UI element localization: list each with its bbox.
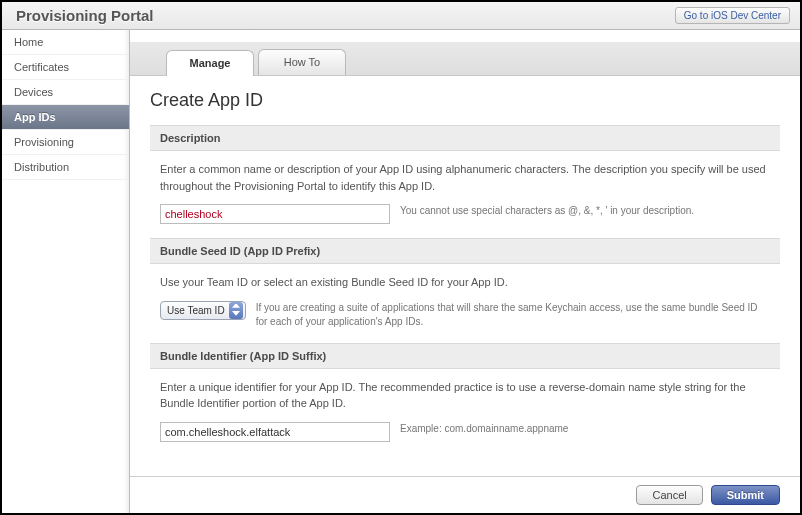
description-hint: You cannot use special characters as @, …	[400, 204, 770, 218]
footer-bar: Cancel Submit	[130, 476, 800, 513]
page-title: Create App ID	[150, 90, 780, 111]
section-heading-identifier: Bundle Identifier (App ID Suffix)	[150, 343, 780, 369]
svg-marker-1	[232, 311, 240, 316]
app-frame: { "header": { "title": "Provisioning Por…	[0, 0, 802, 515]
sidebar-item-home[interactable]: Home	[2, 30, 129, 55]
select-arrows-icon	[229, 302, 243, 319]
submit-button[interactable]: Submit	[711, 485, 780, 505]
sidebar: Home Certificates Devices App IDs Provis…	[2, 30, 130, 513]
portal-title: Provisioning Portal	[16, 7, 154, 24]
sidebar-item-devices[interactable]: Devices	[2, 80, 129, 105]
svg-marker-0	[232, 304, 240, 308]
description-input[interactable]	[160, 204, 390, 224]
header-bar: Provisioning Portal Go to iOS Dev Center	[2, 2, 800, 30]
section-body-seed: Use your Team ID or select an existing B…	[150, 264, 780, 343]
body-split: Home Certificates Devices App IDs Provis…	[2, 30, 800, 513]
seed-select[interactable]: Use Team ID	[160, 301, 246, 320]
main-pane: Manage How To Create App ID Description …	[130, 30, 800, 513]
sidebar-item-certificates[interactable]: Certificates	[2, 55, 129, 80]
identifier-hint: Example: com.domainname.appname	[400, 422, 770, 436]
description-help-text: Enter a common name or description of yo…	[160, 161, 770, 194]
identifier-help-text: Enter a unique identifier for your App I…	[160, 379, 770, 412]
section-body-identifier: Enter a unique identifier for your App I…	[150, 369, 780, 456]
sidebar-item-provisioning[interactable]: Provisioning	[2, 130, 129, 155]
section-body-description: Enter a common name or description of yo…	[150, 151, 780, 238]
tab-how-to[interactable]: How To	[258, 49, 346, 75]
seed-hint: If you are creating a suite of applicati…	[256, 301, 770, 329]
tab-manage[interactable]: Manage	[166, 50, 254, 76]
tab-bar: Manage How To	[130, 42, 800, 76]
sidebar-item-distribution[interactable]: Distribution	[2, 155, 129, 180]
section-heading-seed: Bundle Seed ID (App ID Prefix)	[150, 238, 780, 264]
cancel-button[interactable]: Cancel	[636, 485, 702, 505]
section-heading-description: Description	[150, 125, 780, 151]
seed-help-text: Use your Team ID or select an existing B…	[160, 274, 770, 291]
content-area: Create App ID Description Enter a common…	[130, 76, 800, 476]
sidebar-item-app-ids[interactable]: App IDs	[2, 105, 129, 130]
seed-select-value: Use Team ID	[167, 303, 229, 318]
identifier-input[interactable]	[160, 422, 390, 442]
dev-center-link[interactable]: Go to iOS Dev Center	[675, 7, 790, 24]
